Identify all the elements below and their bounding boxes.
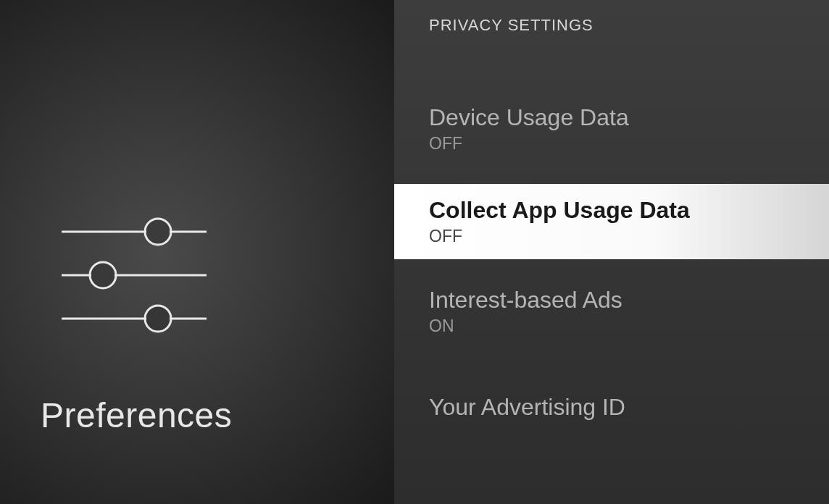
setting-device-usage-data[interactable]: Device Usage Data OFF [394,91,829,167]
setting-collect-app-usage-data[interactable]: Collect App Usage Data OFF [394,184,829,259]
setting-label: Your Advertising ID [429,394,829,421]
setting-value: ON [429,316,829,336]
setting-your-advertising-id[interactable]: Your Advertising ID [394,381,829,434]
setting-value: OFF [429,134,829,154]
setting-label: Device Usage Data [429,104,829,131]
setting-value: OFF [429,227,829,246]
left-panel-title: Preferences [41,395,232,435]
setting-interest-based-ads[interactable]: Interest-based Ads ON [394,274,829,349]
preferences-sliders-icon [62,217,207,336]
setting-label: Collect App Usage Data [429,197,829,224]
svg-point-8 [146,307,170,330]
right-panel: PRIVACY SETTINGS Device Usage Data OFF C… [394,0,829,504]
settings-list: Device Usage Data OFF Collect App Usage … [394,91,829,434]
svg-point-2 [146,220,170,243]
left-panel: Preferences [0,0,394,504]
section-header: PRIVACY SETTINGS [394,0,829,35]
setting-label: Interest-based Ads [429,287,829,314]
svg-point-5 [91,264,114,287]
